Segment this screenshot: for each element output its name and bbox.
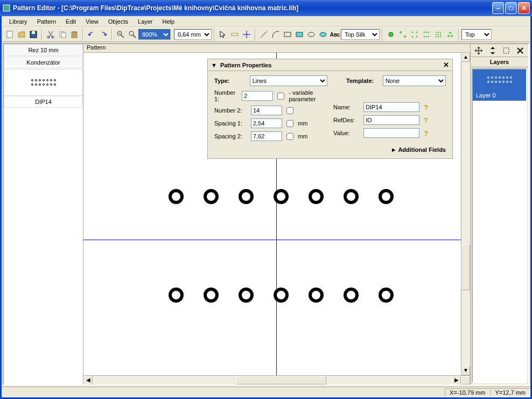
spacing2-checkbox[interactable] — [286, 133, 293, 140]
list-item-dip14[interactable]: DIP14 — [4, 96, 83, 108]
pad[interactable] — [309, 189, 324, 204]
list-item-rez[interactable]: Rez 10 mm — [4, 44, 83, 56]
layer-combo[interactable]: Top Silk — [341, 29, 380, 40]
spacing1-checkbox[interactable] — [286, 120, 293, 127]
window-title: Pattern Editor - [C:\Program Files\DipTr… — [13, 4, 492, 12]
properties-close-button[interactable]: ✕ — [443, 61, 449, 69]
pad[interactable] — [239, 288, 254, 303]
refdes-input[interactable] — [363, 115, 419, 125]
svg-point-33 — [424, 36, 425, 38]
number2-checkbox[interactable] — [286, 107, 293, 114]
list-item-preview[interactable] — [4, 69, 83, 96]
canvas[interactable]: ▼ Pattern Properties ✕ Type: Lines Templ… — [83, 53, 461, 375]
arc-button[interactable] — [270, 29, 282, 40]
pad[interactable] — [344, 288, 359, 303]
pad[interactable] — [344, 189, 359, 204]
help-icon[interactable]: ? — [424, 129, 428, 137]
grid-combo[interactable]: 0,64 mm — [174, 29, 212, 40]
value-input[interactable] — [363, 128, 419, 138]
scroll-up-button[interactable]: ▲ — [461, 53, 470, 62]
pad-single-button[interactable] — [385, 29, 397, 40]
close-button[interactable]: ✕ — [518, 2, 530, 14]
ellipse-fill-button[interactable] — [317, 29, 329, 40]
menu-layer[interactable]: Layer — [134, 17, 157, 26]
help-icon[interactable]: ? — [424, 116, 428, 124]
crop-icon[interactable] — [501, 45, 512, 56]
help-icon[interactable]: ? — [424, 103, 428, 111]
save-button[interactable] — [27, 29, 39, 40]
svg-point-41 — [440, 34, 441, 35]
template-select[interactable]: None — [383, 75, 446, 86]
zoom-in-button[interactable] — [127, 29, 138, 40]
mm-label: mm — [298, 120, 307, 127]
number1-input[interactable] — [242, 91, 273, 101]
scroll-thumb[interactable] — [461, 244, 470, 290]
menu-help[interactable]: Help — [158, 17, 179, 26]
number1-checkbox[interactable] — [277, 93, 284, 100]
text-button[interactable]: Авс — [329, 29, 341, 40]
menu-library[interactable]: Library — [5, 17, 32, 26]
pad-grid-button[interactable] — [432, 29, 444, 40]
zoom-combo[interactable]: 800% — [138, 29, 171, 40]
list-item-kondenzator[interactable]: Kondenzátor — [4, 57, 83, 68]
pad-array3-button[interactable] — [421, 29, 432, 40]
scroll-thumb[interactable] — [236, 376, 326, 384]
vertical-scrollbar[interactable]: ▲ ▼ — [461, 53, 470, 375]
pad[interactable] — [169, 189, 184, 204]
pad[interactable] — [169, 288, 184, 303]
properties-title: ▼ Pattern Properties ✕ — [208, 59, 452, 71]
side-combo[interactable]: Top — [461, 29, 492, 40]
svg-point-39 — [436, 34, 437, 35]
horizontal-scrollbar[interactable]: ◀ ▶ — [83, 375, 470, 384]
redo-button[interactable] — [97, 29, 109, 40]
updown-icon[interactable] — [487, 45, 498, 56]
toolbar: 800% 0,64 mm Авс Top Silk Top — [2, 27, 530, 42]
menu-objects[interactable]: Objects — [104, 17, 132, 26]
menu-view[interactable]: View — [81, 17, 103, 26]
zoom-out-button[interactable] — [115, 29, 127, 40]
menu-edit[interactable]: Edit — [61, 17, 80, 26]
name-input[interactable] — [363, 102, 419, 112]
copy-button[interactable] — [57, 29, 68, 40]
open-button[interactable] — [16, 29, 27, 40]
additional-fields-button[interactable]: ► Additional Fields — [214, 144, 446, 153]
pad[interactable] — [274, 189, 289, 204]
collapse-icon[interactable]: ▼ — [211, 62, 217, 68]
pad[interactable] — [204, 189, 219, 204]
pad[interactable] — [204, 288, 219, 303]
ellipse-button[interactable] — [305, 29, 317, 40]
pointer-button[interactable] — [217, 29, 229, 40]
scroll-down-button[interactable]: ▼ — [461, 366, 470, 375]
pad[interactable] — [274, 288, 289, 303]
rect-button[interactable] — [282, 29, 293, 40]
layer-item-0[interactable]: Layer 0 — [473, 90, 526, 101]
pad[interactable] — [239, 189, 254, 204]
scroll-left-button[interactable]: ◀ — [83, 376, 93, 385]
paste-button[interactable] — [68, 29, 80, 40]
scroll-right-button[interactable]: ▶ — [452, 376, 461, 385]
move-icon[interactable] — [473, 45, 484, 56]
pad-array2-button[interactable] — [409, 29, 421, 40]
spacing2-input[interactable] — [251, 131, 282, 141]
svg-point-22 — [320, 32, 326, 37]
undo-button[interactable] — [86, 29, 97, 40]
type-select[interactable]: Lines — [250, 75, 327, 86]
pad[interactable] — [379, 189, 394, 204]
layer-item-preview[interactable] — [473, 69, 526, 90]
line-button[interactable] — [258, 29, 270, 40]
pad[interactable] — [309, 288, 324, 303]
spacing1-input[interactable] — [251, 118, 282, 128]
maximize-button[interactable]: □ — [505, 2, 517, 14]
pad[interactable] — [379, 288, 394, 303]
rect-fill-button[interactable] — [293, 29, 305, 40]
new-button[interactable] — [4, 29, 16, 40]
close-icon[interactable] — [515, 45, 526, 56]
number2-input[interactable] — [251, 106, 282, 115]
minimize-button[interactable]: – — [492, 2, 504, 14]
pad-custom-button[interactable] — [444, 29, 456, 40]
menu-pattern[interactable]: Pattern — [33, 17, 60, 26]
measure-button[interactable] — [229, 29, 241, 40]
cut-button[interactable] — [45, 29, 57, 40]
origin-button[interactable] — [241, 29, 253, 40]
pad-array1-button[interactable] — [397, 29, 409, 40]
